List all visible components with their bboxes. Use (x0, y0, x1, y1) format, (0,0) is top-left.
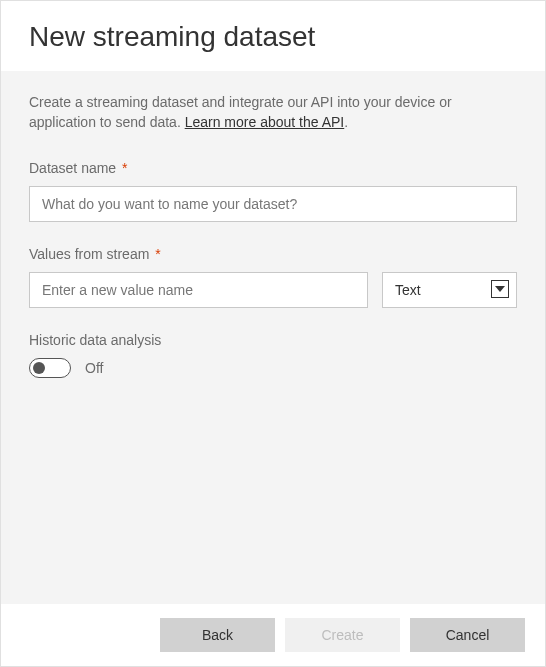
dialog-header: New streaming dataset (1, 1, 545, 71)
value-name-input[interactable] (29, 272, 368, 308)
toggle-knob (33, 362, 45, 374)
create-button[interactable]: Create (285, 618, 400, 652)
historic-toggle-state: Off (85, 360, 103, 376)
dataset-name-label-text: Dataset name (29, 160, 116, 176)
new-streaming-dataset-dialog: New streaming dataset Create a streaming… (0, 0, 546, 667)
back-button[interactable]: Back (160, 618, 275, 652)
intro-text: Create a streaming dataset and integrate… (29, 93, 517, 132)
dataset-name-input[interactable] (29, 186, 517, 222)
historic-toggle-row: Off (29, 358, 517, 378)
historic-data-field: Historic data analysis Off (29, 332, 517, 378)
values-from-stream-label-text: Values from stream (29, 246, 149, 262)
historic-toggle[interactable] (29, 358, 71, 378)
dialog-body: Create a streaming dataset and integrate… (1, 71, 545, 604)
dataset-name-label: Dataset name * (29, 160, 517, 176)
required-mark: * (155, 246, 160, 262)
cancel-button[interactable]: Cancel (410, 618, 525, 652)
value-type-select-wrap: Text (382, 272, 517, 308)
historic-data-label: Historic data analysis (29, 332, 517, 348)
dialog-footer: Back Create Cancel (1, 604, 545, 666)
dataset-name-field: Dataset name * (29, 160, 517, 222)
intro-text-after: . (344, 114, 348, 130)
values-from-stream-field: Values from stream * Text (29, 246, 517, 308)
values-from-stream-label: Values from stream * (29, 246, 517, 262)
learn-more-link[interactable]: Learn more about the API (185, 114, 345, 130)
value-type-select[interactable]: Text (382, 272, 517, 308)
page-title: New streaming dataset (29, 21, 517, 53)
values-row: Text (29, 272, 517, 308)
required-mark: * (122, 160, 127, 176)
